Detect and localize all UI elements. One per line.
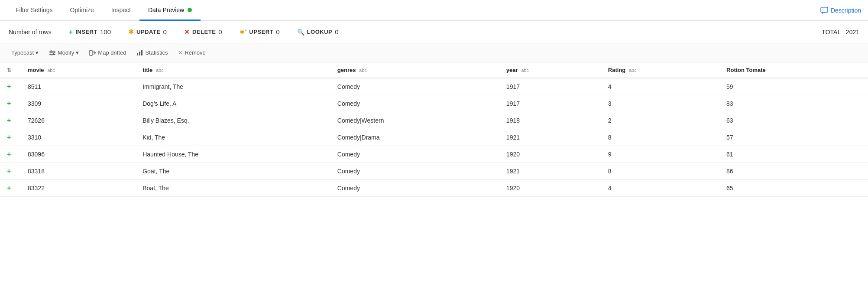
modify-button[interactable]: Modify ▾ xyxy=(45,48,83,58)
upsert-label: UPSERT xyxy=(249,29,273,35)
table-row: +3309Dog's Life, AComedy1917383 xyxy=(0,95,868,112)
map-drifted-button[interactable]: Map drifted xyxy=(85,48,130,58)
cell-movie: 83096 xyxy=(21,146,136,163)
cell-movie: 3309 xyxy=(21,95,136,112)
update-stat: ✱ UPDATE 0 xyxy=(128,28,167,36)
chat-icon xyxy=(820,7,828,14)
tab-filter-settings[interactable]: Filter Settings xyxy=(7,0,62,21)
svg-point-4 xyxy=(51,50,52,52)
typecast-button[interactable]: Typecast ▾ xyxy=(7,48,43,58)
col-header-movie[interactable]: movie abc xyxy=(21,62,136,78)
cell-rotten-tomatoes: 59 xyxy=(719,78,868,95)
map-drifted-label: Map drifted xyxy=(98,49,126,56)
cell-rotten-tomatoes: 86 xyxy=(719,163,868,180)
cell-rating: 8 xyxy=(601,163,719,180)
cell-movie: 72626 xyxy=(21,112,136,129)
svg-rect-7 xyxy=(90,50,92,55)
toolbar: Typecast ▾ Modify ▾ Map drifted Statisti… xyxy=(0,43,868,62)
cell-title: Haunted House, The xyxy=(136,146,330,163)
cell-year: 1918 xyxy=(499,112,601,129)
col-header-title[interactable]: title abc xyxy=(136,62,330,78)
cell-genres: Comedy xyxy=(330,95,499,112)
cell-rating: 9 xyxy=(601,146,719,163)
data-table: ⇅ movie abc title abc genres abc year ab… xyxy=(0,62,868,197)
delete-value: 0 xyxy=(218,28,222,36)
remove-button[interactable]: ✕ Remove xyxy=(174,48,210,58)
cell-title: Goat, The xyxy=(136,163,330,180)
row-add-icon[interactable]: + xyxy=(0,146,21,163)
cell-movie: 8511 xyxy=(21,78,136,95)
cell-title: Dog's Life, A xyxy=(136,95,330,112)
tab-label-data-preview: Data Preview xyxy=(148,7,184,13)
cell-movie: 83318 xyxy=(21,163,136,180)
row-add-icon[interactable]: + xyxy=(0,180,21,197)
tab-optimize[interactable]: Optimize xyxy=(62,0,103,21)
row-add-icon[interactable]: + xyxy=(0,163,21,180)
sort-arrows-icon: ⇅ xyxy=(7,67,11,73)
cell-rotten-tomatoes: 61 xyxy=(719,146,868,163)
tab-inspect[interactable]: Inspect xyxy=(103,0,139,21)
modify-label: Modify xyxy=(58,49,74,56)
col-header-genres[interactable]: genres abc xyxy=(330,62,499,78)
col-header-rating[interactable]: Rating abc xyxy=(601,62,719,78)
col-header-year[interactable]: year abc xyxy=(499,62,601,78)
remove-x-icon: ✕ xyxy=(178,49,183,56)
cell-rating: 3 xyxy=(601,95,719,112)
cell-rating: 4 xyxy=(601,78,719,95)
description-button[interactable]: Description xyxy=(820,0,861,20)
number-of-rows-label: Number of rows xyxy=(9,29,52,36)
insert-value: 100 xyxy=(100,28,111,36)
cell-genres: Comedy|Drama xyxy=(330,129,499,146)
cell-genres: Comedy xyxy=(330,78,499,95)
cell-genres: Comedy xyxy=(330,163,499,180)
cell-year: 1917 xyxy=(499,95,601,112)
update-icon: ✱ xyxy=(128,28,134,36)
svg-rect-0 xyxy=(821,7,828,12)
table-row: +83318Goat, TheComedy1921886 xyxy=(0,163,868,180)
insert-label: INSERT xyxy=(75,29,97,35)
cell-year: 1921 xyxy=(499,163,601,180)
col-header-sort[interactable]: ⇅ xyxy=(0,62,21,78)
statistics-icon xyxy=(136,49,143,56)
typecast-label: Typecast xyxy=(11,49,34,56)
table-row: +83322Boat, TheComedy1920465 xyxy=(0,180,868,197)
cell-rating: 8 xyxy=(601,129,719,146)
col-header-rotten-tomatoes[interactable]: Rotton Tomate xyxy=(719,62,868,78)
cell-rotten-tomatoes: 63 xyxy=(719,112,868,129)
remove-label: Remove xyxy=(185,49,205,56)
cell-title: Boat, The xyxy=(136,180,330,197)
cell-rating: 2 xyxy=(601,112,719,129)
modify-icon xyxy=(49,49,56,56)
update-label: UPDATE xyxy=(136,29,161,35)
row-add-icon[interactable]: + xyxy=(0,95,21,112)
row-add-icon[interactable]: + xyxy=(0,112,21,129)
typecast-chevron-icon: ▾ xyxy=(36,49,39,56)
update-value: 0 xyxy=(163,28,167,36)
total-stat: TOTAL 2021 xyxy=(822,29,859,36)
table-header-row: ⇅ movie abc title abc genres abc year ab… xyxy=(0,62,868,78)
description-label: Description xyxy=(831,7,861,14)
cell-movie: 83322 xyxy=(21,180,136,197)
svg-point-6 xyxy=(52,54,53,55)
delete-stat: ✕ DELETE 0 xyxy=(184,28,222,36)
cell-rotten-tomatoes: 83 xyxy=(719,95,868,112)
lookup-stat: 🔍 LOOKUP 0 xyxy=(297,28,339,36)
map-drifted-icon xyxy=(89,49,96,56)
row-add-icon[interactable]: + xyxy=(0,129,21,146)
cell-year: 1921 xyxy=(499,129,601,146)
statistics-button[interactable]: Statistics xyxy=(132,48,172,58)
tab-label-inspect: Inspect xyxy=(111,7,131,13)
table-row: +83096Haunted House, TheComedy1920961 xyxy=(0,146,868,163)
tab-data-preview[interactable]: Data Preview xyxy=(139,0,201,21)
insert-stat: + INSERT 100 xyxy=(69,28,111,36)
delete-label: DELETE xyxy=(192,29,216,35)
insert-icon: + xyxy=(69,28,73,36)
row-add-icon[interactable]: + xyxy=(0,78,21,95)
cell-title: Billy Blazes, Esq. xyxy=(136,112,330,129)
delete-icon: ✕ xyxy=(184,28,190,36)
stats-bar: Number of rows + INSERT 100 ✱ UPDATE 0 ✕… xyxy=(0,21,868,43)
active-dot xyxy=(188,8,192,12)
total-value: 2021 xyxy=(846,29,859,36)
svg-point-5 xyxy=(53,52,55,53)
upsert-icon: ✱+ xyxy=(240,29,247,36)
